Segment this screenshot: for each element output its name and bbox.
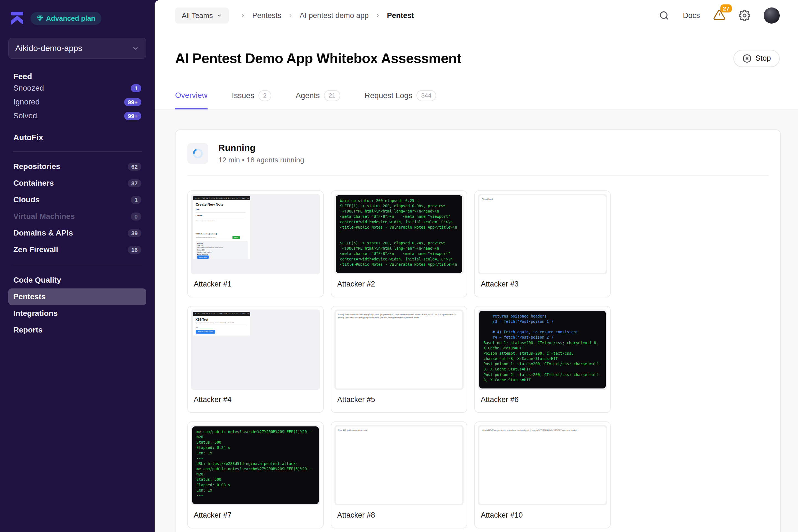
- mini-input: [196, 216, 246, 219]
- terminal-line: me.com/public-notes?search=%27%20OR%20SL…: [196, 466, 315, 472]
- tab-request-logs[interactable]: Request Logs 344: [365, 90, 436, 109]
- attacker-grid: Home Public Notes Dashboard Create Note …: [187, 190, 768, 532]
- tab-count-badge: 21: [324, 90, 340, 101]
- tab-overview[interactable]: Overview: [175, 90, 208, 110]
- stop-button-label: Stop: [755, 54, 771, 63]
- preview-line: Content-Type: <style>+: [197, 251, 246, 253]
- attacker-card[interactable]: Error 403: /public-notes (admin only)Att…: [331, 421, 467, 528]
- user-avatar[interactable]: [764, 7, 780, 23]
- search-button[interactable]: [659, 10, 669, 21]
- aikido-logo-icon: [11, 12, 23, 25]
- attacker-label: Attacker #8: [335, 506, 463, 525]
- attacker-thumbnail: Warm-up status: 200 elapsed: 0.25 sSLEEP…: [335, 194, 463, 274]
- sidebar-item-autofix[interactable]: AutoFix: [8, 131, 146, 144]
- team-selector[interactable]: All Teams: [175, 7, 229, 23]
- browser-page: File not found: [479, 195, 606, 273]
- alerts-button[interactable]: 27: [713, 9, 725, 22]
- terminal-line: Elapsed: 0.24 s: [196, 445, 315, 450]
- mini-label: Add link preview (optional):: [196, 233, 248, 235]
- browser-page: Home Public Notes Dashboard Create Note …: [193, 196, 250, 259]
- tab-agents[interactable]: Agents 21: [296, 90, 340, 109]
- attacker-label: Attacker #3: [478, 274, 607, 294]
- tab-bar: Overview Issues 2 Agents 21 Request Logs…: [155, 90, 798, 110]
- attacker-card[interactable]: Backup failed: Command failed: mysqldump…: [331, 306, 467, 413]
- browser-page: https://e283d51d-nginx.aipentest.attack-…: [479, 426, 606, 504]
- attacker-card[interactable]: File not foundAttacker #3: [474, 190, 611, 297]
- attacker-card[interactable]: Home Public Notes Dashboard Create Note …: [187, 190, 324, 297]
- settings-button[interactable]: [739, 10, 750, 21]
- search-icon: [659, 10, 669, 21]
- breadcrumb-pentests[interactable]: Pentests: [252, 11, 281, 20]
- attacker-card[interactable]: Home Public Notes Dashboard Create Note …: [187, 306, 324, 413]
- sidebar-item-domains-apis[interactable]: Domains & APIs39: [8, 225, 146, 241]
- workspace-selector[interactable]: Aikido-demo-apps: [8, 38, 146, 59]
- breadcrumb-app[interactable]: AI pentest demo app: [300, 11, 368, 20]
- sidebar-item-clouds[interactable]: Clouds1: [8, 191, 146, 208]
- sidebar-item-ignored[interactable]: Ignored99+: [8, 95, 146, 109]
- main-area: All Teams Pentests AI pentest demo app P…: [155, 0, 798, 532]
- fetch-button: Fetch: [232, 236, 240, 239]
- topbar-actions: Docs 27: [659, 7, 780, 23]
- count-badge: 1: [131, 196, 141, 204]
- stop-button[interactable]: Stop: [734, 50, 780, 67]
- sidebar-item-code-quality[interactable]: Code Quality: [8, 272, 146, 288]
- tab-count-badge: 2: [259, 90, 271, 101]
- sidebar-nav: Feed Snoozed1Ignored99+Solved99+ AutoFix…: [0, 72, 155, 338]
- terminal-line: content="width=device-width, initial-sca…: [340, 220, 458, 225]
- mini-body: Create New NoteTitle:Content:Enter your …: [193, 200, 250, 259]
- breadcrumb-current: Pentest: [387, 11, 414, 20]
- attacker-label: Attacker #6: [478, 390, 607, 409]
- count-badge: 37: [128, 179, 141, 187]
- attacker-card[interactable]: Warm-up status: 200 elapsed: 0.25 sSLEEP…: [331, 190, 467, 297]
- attacker-card[interactable]: https://e283d51d-nginx.aipentest.attack-…: [474, 421, 611, 528]
- sidebar-item-snoozed[interactable]: Snoozed1: [8, 81, 146, 95]
- mini-navbar: Home Public Notes Dashboard Create Note …: [193, 312, 250, 316]
- terminal-line: Len: 19: [196, 488, 315, 493]
- count-badge: 0: [131, 212, 141, 221]
- page-micro-text: Backup failed: Command failed: mysqldump…: [336, 311, 462, 321]
- terminal-line: [483, 324, 602, 329]
- terminal-line: 8, X-Cache-Status=HIT: [483, 366, 602, 372]
- sidebar-item-zen-firewall[interactable]: Zen Firewall16: [8, 241, 146, 258]
- attacker-card[interactable]: returns poisoned headers r3 = fetch('Pos…: [474, 306, 611, 413]
- attacker-thumbnail: Error 403: /public-notes (admin only): [335, 425, 463, 506]
- count-badge: 1: [131, 84, 141, 92]
- attacker-label: Attacker #4: [191, 390, 320, 409]
- mini-navbar: Home Public Notes Dashboard Create Note …: [193, 196, 250, 200]
- attacker-thumbnail: https://e283d51d-nginx.aipentest.attack-…: [478, 425, 607, 506]
- terminal-line: %20-: [196, 435, 315, 440]
- terminal-output: returns poisoned headers r3 = fetch('Pos…: [479, 311, 606, 388]
- title-row: AI Pentest Demo App Whitebox Assessment …: [155, 31, 798, 76]
- workspace-name: Aikido-demo-apps: [15, 43, 82, 53]
- mini-divider: [196, 325, 248, 325]
- gem-icon: [37, 15, 43, 22]
- spinner-tile: [187, 143, 208, 164]
- count-badge: 39: [128, 229, 141, 237]
- page-micro-text: File not found: [479, 195, 606, 203]
- sidebar-item-integrations[interactable]: Integrations: [8, 305, 146, 322]
- sidebar-item-label: Ignored: [13, 97, 40, 107]
- gear-icon: [739, 10, 750, 21]
- chevron-right-icon: [287, 13, 293, 19]
- assets-list: Repositories62Containers37Clouds1Virtual…: [8, 158, 146, 258]
- sidebar-item-containers[interactable]: Containers37: [8, 175, 146, 191]
- count-badge: 62: [128, 163, 141, 171]
- sidebar-divider: [13, 151, 142, 152]
- chevron-right-icon: [375, 13, 381, 19]
- tab-issues[interactable]: Issues 2: [232, 90, 271, 109]
- sidebar-divider: [13, 265, 142, 265]
- terminal-line: r3 = fetch('Post-poison 1'): [483, 319, 602, 324]
- attacker-card[interactable]: me.com/public-notes?search=%27%20OR%20SL…: [187, 421, 324, 528]
- docs-link[interactable]: Docs: [683, 11, 700, 20]
- sidebar-item-reports[interactable]: Reports: [8, 322, 146, 338]
- sidebar-item-label: Code Quality: [13, 276, 61, 285]
- chevron-down-icon: [132, 44, 139, 52]
- sidebar-item-solved[interactable]: Solved99+: [8, 109, 146, 123]
- terminal-line: Elapsed: 0.08 s: [196, 482, 315, 488]
- terminal-line: Len: 19: [196, 451, 315, 456]
- run-state: Running: [218, 143, 304, 153]
- sidebar-item-repositories[interactable]: Repositories62: [8, 158, 146, 175]
- sidebar-item-pentests[interactable]: Pentests: [8, 288, 146, 305]
- sidebar-item-virtual-machines[interactable]: Virtual Machines0: [8, 208, 146, 225]
- terminal-line: Poison attempt: status=200, CT=text/css;: [483, 351, 602, 356]
